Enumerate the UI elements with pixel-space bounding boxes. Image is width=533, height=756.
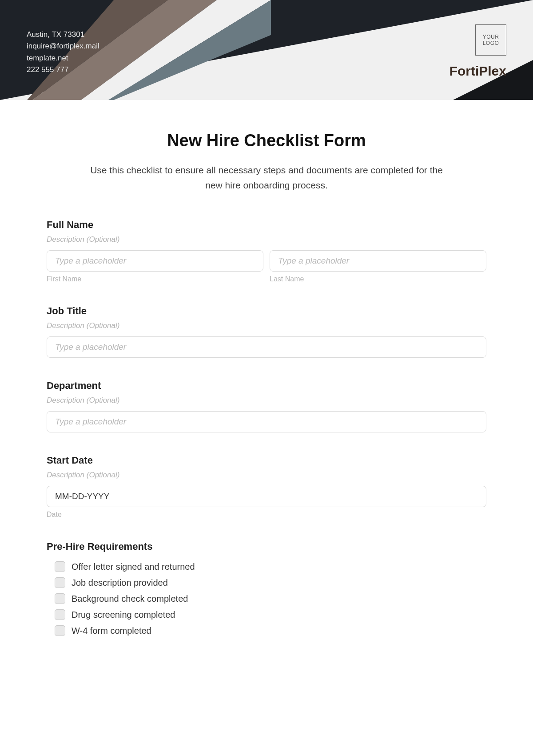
prehire-heading: Pre-Hire Requirements [47, 541, 486, 552]
form-body: New Hire Checklist Form Use this checkli… [0, 100, 533, 636]
logo-placeholder: YOUR LOGO [475, 24, 506, 56]
prehire-item-label: W-4 form completed [72, 626, 151, 636]
form-title: New Hire Checklist Form [47, 131, 486, 150]
contact-website: template.net [27, 52, 99, 64]
section-prehire: Pre-Hire Requirements Offer letter signe… [47, 541, 486, 636]
start-date-input[interactable] [47, 486, 486, 507]
department-input[interactable] [47, 411, 486, 432]
checkbox-icon[interactable] [55, 577, 65, 588]
field-job-title: Job Title Description (Optional) [47, 305, 486, 358]
prehire-item-label: Background check completed [72, 594, 188, 604]
start-date-label: Start Date [47, 455, 486, 466]
full-name-label: Full Name [47, 219, 486, 231]
contact-email: inquire@fortiplex.mail [27, 40, 99, 52]
form-intro: Use this checklist to ensure all necessa… [84, 163, 449, 192]
first-name-sublabel: First Name [47, 275, 263, 283]
contact-phone: 222 555 777 [27, 64, 99, 76]
field-start-date: Start Date Description (Optional) Date [47, 455, 486, 519]
brand-name: FortiPlex [449, 64, 506, 79]
logo-text-line-1: YOUR [483, 34, 499, 40]
checkbox-icon[interactable] [55, 609, 65, 620]
prehire-list: Offer letter signed and returned Job des… [47, 561, 486, 636]
start-date-desc: Description (Optional) [47, 471, 486, 480]
prehire-item: Drug screening completed [55, 609, 486, 620]
last-name-sublabel: Last Name [270, 275, 486, 283]
checkbox-icon[interactable] [55, 561, 65, 572]
full-name-desc: Description (Optional) [47, 235, 486, 244]
checkbox-icon[interactable] [55, 625, 65, 636]
prehire-item-label: Drug screening completed [72, 610, 175, 620]
first-name-input[interactable] [47, 250, 263, 272]
job-title-input[interactable] [47, 336, 486, 358]
prehire-item: W-4 form completed [55, 625, 486, 636]
logo-text-line-2: LOGO [483, 40, 499, 46]
department-label: Department [47, 380, 486, 392]
brand-block: YOUR LOGO FortiPlex [449, 24, 506, 79]
last-name-input[interactable] [270, 250, 486, 272]
job-title-desc: Description (Optional) [47, 321, 486, 330]
contact-address: Austin, TX 73301 [27, 29, 99, 40]
prehire-item: Job description provided [55, 577, 486, 588]
checkbox-icon[interactable] [55, 593, 65, 604]
department-desc: Description (Optional) [47, 396, 486, 405]
field-full-name: Full Name Description (Optional) First N… [47, 219, 486, 283]
prehire-item-label: Offer letter signed and returned [72, 562, 195, 572]
prehire-item-label: Job description provided [72, 578, 168, 588]
field-department: Department Description (Optional) [47, 380, 486, 432]
start-date-sublabel: Date [47, 511, 486, 519]
job-title-label: Job Title [47, 305, 486, 317]
prehire-item: Background check completed [55, 593, 486, 604]
contact-block: Austin, TX 73301 inquire@fortiplex.mail … [27, 29, 99, 76]
page-header: Austin, TX 73301 inquire@fortiplex.mail … [0, 0, 533, 100]
prehire-item: Offer letter signed and returned [55, 561, 486, 572]
